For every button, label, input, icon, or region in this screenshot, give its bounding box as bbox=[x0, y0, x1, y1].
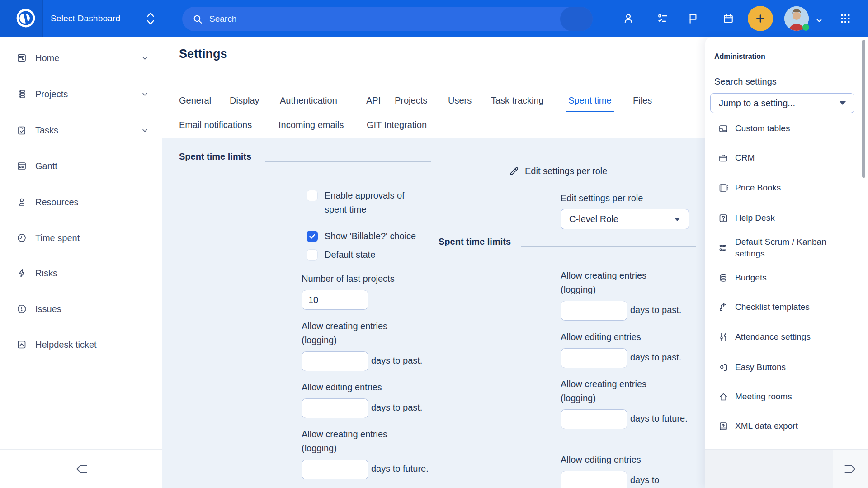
sidebar-item-home[interactable]: Home bbox=[16, 50, 149, 66]
sidebar-item-gantt[interactable]: Gantt bbox=[16, 158, 149, 174]
admin-item-label: Easy Buttons bbox=[735, 361, 786, 373]
add-button[interactable] bbox=[748, 6, 773, 31]
tab-display[interactable]: Display bbox=[230, 92, 259, 109]
field-number-of-last-projects: Number of last projects bbox=[302, 272, 434, 310]
dashboard-selector[interactable]: Select Dashboard bbox=[51, 0, 120, 37]
admin-item-help-desk[interactable]: Help Desk bbox=[718, 212, 854, 224]
dashboard-icon bbox=[16, 52, 27, 64]
checkbox-label: Show 'Billable?' choice bbox=[325, 229, 416, 243]
checklist-flag-icon bbox=[718, 302, 729, 313]
search-input[interactable]: Search bbox=[209, 7, 236, 31]
role-allow-editing-past-input[interactable] bbox=[561, 348, 627, 368]
sidebar-item-tasks[interactable]: Tasks bbox=[16, 123, 149, 138]
checkbox-label: Default state bbox=[325, 248, 375, 262]
role-select-label: Edit settings per role bbox=[561, 193, 643, 204]
tab-spent-time[interactable]: Spent time bbox=[568, 92, 612, 109]
sidebar-item-label: Resources bbox=[35, 197, 79, 208]
sidebar-item-helpdesk-ticket[interactable]: Helpdesk ticket bbox=[16, 337, 149, 352]
search-bar[interactable]: Search bbox=[182, 7, 593, 31]
allow-creating-past-input[interactable] bbox=[302, 351, 368, 371]
tab-email-notifications[interactable]: Email notifications bbox=[179, 117, 252, 133]
field-label: Number of last projects bbox=[302, 272, 411, 286]
number-of-last-projects-input[interactable] bbox=[302, 290, 368, 310]
tab-projects[interactable]: Projects bbox=[395, 92, 427, 109]
role-select[interactable]: C-level Role bbox=[561, 209, 689, 229]
tab-authentication[interactable]: Authentication bbox=[280, 92, 337, 109]
sidebar-item-risks[interactable]: Risks bbox=[16, 265, 149, 281]
jump-to-setting-select[interactable]: Jump to a setting... bbox=[710, 93, 854, 113]
gantt-icon bbox=[16, 160, 27, 172]
admin-item-label: Attendance settings bbox=[735, 331, 811, 343]
top-bar: Select Dashboard Search bbox=[0, 0, 868, 37]
admin-item-price-books[interactable]: Price Books bbox=[718, 182, 854, 194]
tab-files[interactable]: Files bbox=[633, 92, 652, 109]
role-allow-editing-future-input[interactable] bbox=[561, 471, 627, 488]
admin-item-scrum-kanban-settings[interactable]: Default Scrum / Kanban settings bbox=[718, 236, 837, 260]
app-window: Select Dashboard Search bbox=[0, 0, 868, 488]
role-allow-creating-future-input[interactable] bbox=[561, 409, 627, 429]
sidebar-item-resources[interactable]: Resources bbox=[16, 194, 149, 210]
chevron-down-icon[interactable] bbox=[141, 90, 149, 99]
sidebar-item-time-spent[interactable]: Time spent bbox=[16, 230, 149, 246]
sliders-icon bbox=[718, 332, 729, 343]
checkbox-row-show-billable[interactable]: Show 'Billable?' choice bbox=[307, 231, 429, 243]
house-icon bbox=[718, 391, 729, 403]
sidebar-item-issues[interactable]: Issues bbox=[16, 301, 149, 317]
calendar-icon[interactable] bbox=[722, 12, 735, 25]
sidebar-item-label: Issues bbox=[35, 304, 61, 314]
admin-item-easy-buttons[interactable]: Easy Buttons bbox=[718, 361, 854, 373]
checkbox-unchecked[interactable] bbox=[307, 249, 318, 261]
admin-item-meeting-rooms[interactable]: Meeting rooms bbox=[718, 391, 854, 403]
checkbox-label: Enable approvals of spent time bbox=[325, 189, 420, 217]
logo-block[interactable] bbox=[0, 0, 42, 37]
tab-users[interactable]: Users bbox=[448, 92, 472, 109]
checklist-icon[interactable] bbox=[656, 12, 669, 25]
checkbox-unchecked[interactable] bbox=[307, 190, 318, 201]
field-label: Allow editing entries bbox=[302, 380, 411, 394]
chevron-down-icon[interactable] bbox=[141, 126, 149, 135]
tab-task-tracking[interactable]: Task tracking bbox=[491, 92, 544, 109]
pencil-icon bbox=[508, 166, 519, 177]
clock-icon bbox=[16, 232, 27, 244]
dashboard-chevrons-icon[interactable] bbox=[144, 10, 157, 27]
role-field-allow-editing-future: Allow editing entries days to bbox=[561, 453, 693, 488]
admin-footer-collapse-cell[interactable] bbox=[833, 450, 868, 488]
admin-item-custom-tables[interactable]: Custom tables bbox=[718, 123, 854, 134]
admin-item-label: CRM bbox=[735, 152, 755, 164]
section-heading-role: Spent time limits bbox=[439, 237, 511, 247]
admin-item-crm[interactable]: CRM bbox=[718, 152, 854, 164]
allow-creating-future-input[interactable] bbox=[302, 460, 368, 479]
checkbox-row-default-state[interactable]: Default state bbox=[307, 249, 429, 262]
edit-settings-per-role-link[interactable]: Edit settings per role bbox=[508, 166, 607, 177]
tab-general[interactable]: General bbox=[179, 92, 211, 109]
export-box-icon bbox=[718, 421, 729, 432]
tab-git-integration[interactable]: GIT Integration bbox=[367, 117, 427, 133]
sidebar-item-projects[interactable]: Projects bbox=[16, 86, 149, 102]
admin-item-attendance-settings[interactable]: Attendance settings bbox=[718, 331, 854, 343]
briefcase-icon bbox=[718, 152, 729, 164]
chevron-down-icon[interactable] bbox=[141, 54, 149, 62]
checkbox-row-enable-approvals[interactable]: Enable approvals of spent time bbox=[307, 190, 429, 217]
user-icon[interactable] bbox=[622, 12, 635, 25]
role-allow-creating-past-input[interactable] bbox=[561, 301, 627, 321]
chevron-down-icon[interactable] bbox=[814, 15, 825, 26]
droplet-button-icon bbox=[718, 362, 729, 373]
page-scrollbar[interactable] bbox=[862, 40, 865, 178]
sidebar-footer bbox=[0, 449, 162, 488]
collapse-left-icon[interactable] bbox=[72, 461, 90, 477]
tab-incoming-emails[interactable]: Incoming emails bbox=[278, 117, 344, 133]
check-icon bbox=[308, 232, 316, 240]
allow-editing-past-input[interactable] bbox=[302, 398, 368, 418]
apps-grid-icon[interactable] bbox=[839, 12, 852, 25]
tab-api[interactable]: API bbox=[366, 92, 381, 109]
book-icon bbox=[718, 182, 729, 194]
flag-icon[interactable] bbox=[687, 12, 699, 25]
admin-item-label: Help Desk bbox=[735, 212, 775, 224]
lightning-icon bbox=[16, 267, 27, 279]
admin-item-checklist-templates[interactable]: Checklist templates bbox=[718, 301, 854, 313]
admin-item-budgets[interactable]: Budgets bbox=[718, 272, 854, 284]
search-bar-endcap bbox=[560, 7, 593, 31]
checkbox-checked[interactable] bbox=[307, 231, 318, 242]
admin-item-xml-data-export[interactable]: XML data export bbox=[718, 420, 854, 432]
role-field-allow-editing-past: Allow editing entries days to past. bbox=[561, 330, 693, 368]
